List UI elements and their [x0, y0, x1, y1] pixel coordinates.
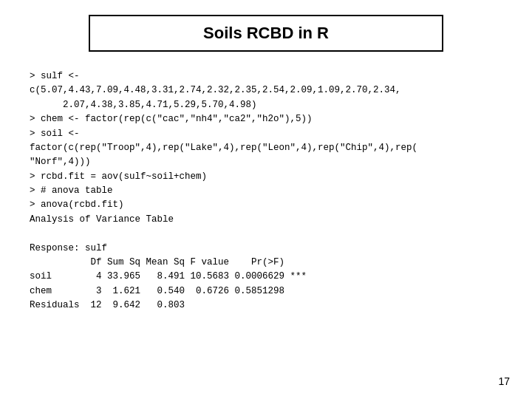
slide-title: Soils RCBD in R [203, 24, 329, 42]
page-number: 17 [498, 375, 510, 387]
slide-container: Soils RCBD in R > sulf <- c(5.07,4.43,7.… [0, 0, 532, 399]
code-line-1: > sulf <- c(5.07,4.43,7.09,4.48,3.31,2.7… [30, 71, 417, 310]
code-block: > sulf <- c(5.07,4.43,7.09,4.48,3.31,2.7… [30, 69, 502, 384]
title-box: Soils RCBD in R [89, 15, 443, 52]
